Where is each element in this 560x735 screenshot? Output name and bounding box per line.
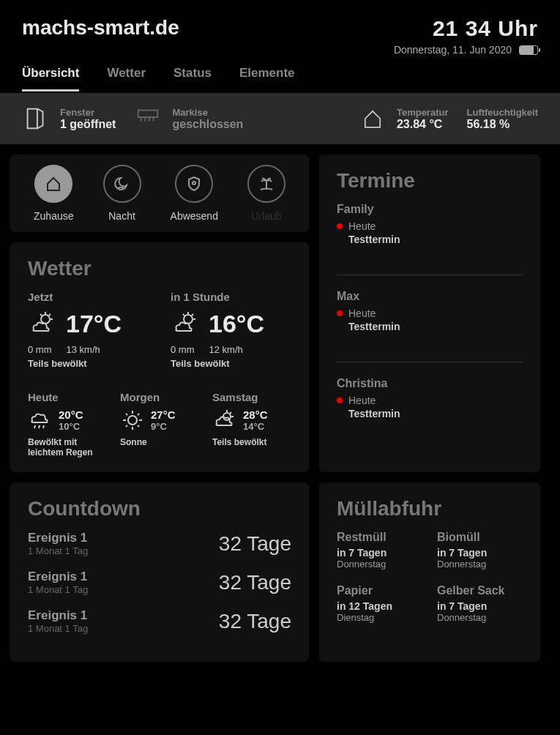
forecast-lo: 14°C (243, 421, 268, 432)
weather-precip: 0 mm (28, 344, 52, 355)
svg-point-5 (128, 416, 137, 425)
svg-point-4 (184, 315, 193, 324)
tab-elemente[interactable]: Elemente (239, 66, 295, 92)
status-label: Temperatur (397, 107, 449, 118)
weather-label: Jetzt (28, 291, 149, 303)
trash-day: Dienstag (337, 612, 422, 623)
svg-rect-0 (28, 109, 37, 129)
clock-time: 21 34 Uhr (394, 16, 538, 41)
termine-group: Max Heute Testtermin (337, 290, 523, 362)
rain-icon (28, 408, 53, 433)
awning-icon (134, 105, 162, 133)
nav-tabs: Übersicht Wetter Status Elemente (0, 56, 560, 92)
trash-item: Biomüll in 7 Tagen Donnerstag (437, 531, 523, 570)
status-bar: Fenster 1 geöffnet Markise geschlossen T… (0, 93, 560, 144)
wetter-card: Wetter Jetzt 17°C 0 mm 13 km/h Teils bew… (10, 242, 309, 472)
tab-uebersicht[interactable]: Übersicht (22, 66, 79, 92)
status-markise[interactable]: Markise geschlossen (134, 105, 243, 133)
countdown-sub: 1 Monat 1 Tag (28, 623, 88, 634)
svg-point-3 (41, 315, 50, 324)
forecast-day: Samstag 28°C 14°C Teils bewölkt (212, 391, 291, 458)
forecast-day: Morgen 27°C 9°C Sonne (120, 391, 199, 458)
trash-name: Restmüll (337, 531, 422, 544)
countdown-item: Ereignis 1 1 Monat 1 Tag 32 Tage (28, 608, 291, 634)
countdown-item: Ereignis 1 1 Monat 1 Tag 32 Tage (28, 531, 291, 556)
forecast-lo: 10°C (59, 421, 83, 432)
svg-rect-1 (138, 111, 158, 118)
mode-urlaub[interactable]: Urlaub (247, 165, 285, 222)
dot-icon (337, 398, 343, 403)
weather-desc: Teils bewölkt (171, 358, 291, 369)
weather-wind: 12 km/h (209, 344, 243, 355)
tab-wetter[interactable]: Wetter (107, 66, 146, 92)
weather-temp: 17°C (66, 310, 122, 338)
status-value: 1 geöffnet (60, 118, 116, 131)
palm-icon (247, 165, 285, 203)
termine-group-name: Family (337, 203, 523, 216)
status-temperatur[interactable]: Temperatur 23.84 °C (359, 105, 449, 133)
mode-zuhause[interactable]: Zuhause (34, 165, 73, 222)
trash-when: in 7 Tagen (437, 547, 523, 559)
forecast-label: Morgen (120, 391, 199, 403)
status-value: 23.84 °C (397, 118, 449, 131)
trash-when: in 7 Tagen (337, 547, 422, 559)
status-luftfeuchtigkeit[interactable]: Luftfeuchtigkeit 56.18 % (467, 107, 539, 131)
forecast-hi: 28°C (243, 408, 268, 421)
mode-label: Abwesend (171, 210, 218, 222)
mode-abwesend[interactable]: Abwesend (171, 165, 218, 222)
card-title: Countdown (28, 497, 291, 521)
partly-cloudy-icon (212, 408, 237, 433)
moon-icon (103, 165, 141, 203)
forecast-desc: Bewölkt mit leichtem Regen (28, 437, 107, 458)
site-title: machs-smart.de (22, 16, 179, 40)
partly-cloudy-icon (171, 309, 200, 338)
countdown-days: 32 Tage (219, 610, 291, 633)
status-label: Fenster (60, 107, 116, 118)
weather-desc: Teils bewölkt (28, 358, 149, 369)
termine-group: Christina Heute Testtermin (337, 377, 523, 419)
clock-block: 21 34 Uhr Donnerstag, 11. Jun 2020 (394, 16, 538, 56)
countdown-card: Countdown Ereignis 1 1 Monat 1 Tag 32 Ta… (10, 482, 309, 662)
card-title: Müllabfuhr (337, 497, 523, 521)
termine-when: Heute (348, 395, 376, 406)
status-label: Markise (172, 107, 243, 118)
countdown-sub: 1 Monat 1 Tag (28, 584, 88, 595)
dot-icon (337, 310, 343, 316)
termine-when: Heute (348, 220, 376, 232)
trash-day: Donnerstag (437, 559, 523, 570)
trash-item: Papier in 12 Tagen Dienstag (337, 584, 422, 623)
termine-when: Heute (348, 307, 376, 319)
trash-name: Biomüll (437, 531, 523, 544)
status-value: geschlossen (172, 118, 243, 131)
sun-icon (120, 408, 145, 433)
trash-day: Donnerstag (437, 612, 523, 623)
clock-date: Donnerstag, 11. Jun 2020 (394, 44, 512, 56)
weather-label: in 1 Stunde (171, 291, 291, 303)
weather-precip: 0 mm (171, 344, 195, 355)
mode-label: Zuhause (34, 210, 73, 222)
forecast-desc: Sonne (120, 437, 199, 447)
modes-card: Zuhause Nacht Abwesend Urlaub (10, 154, 309, 232)
home-icon (359, 105, 387, 133)
termine-what: Testtermin (348, 408, 523, 419)
countdown-item: Ereignis 1 1 Monat 1 Tag 32 Tage (28, 570, 291, 595)
card-title: Wetter (28, 257, 291, 280)
countdown-name: Ereignis 1 (28, 531, 88, 545)
dot-icon (337, 223, 343, 229)
weather-temp: 16°C (209, 310, 264, 338)
trash-name: Papier (337, 584, 422, 597)
status-fenster[interactable]: Fenster 1 geöffnet (22, 105, 116, 133)
muell-card: Müllabfuhr Restmüll in 7 Tagen Donnersta… (319, 482, 540, 662)
weather-now: Jetzt 17°C 0 mm 13 km/h Teils bewölkt (28, 291, 149, 369)
countdown-name: Ereignis 1 (28, 570, 88, 584)
tab-status[interactable]: Status (173, 66, 212, 92)
countdown-name: Ereignis 1 (28, 608, 88, 623)
forecast-lo: 9°C (151, 421, 176, 432)
forecast-hi: 27°C (151, 408, 176, 421)
mode-nacht[interactable]: Nacht (103, 165, 141, 222)
termine-group-name: Max (337, 290, 523, 303)
countdown-days: 32 Tage (219, 571, 291, 594)
weather-wind: 13 km/h (67, 344, 100, 355)
battery-icon (519, 45, 538, 55)
mode-label: Nacht (103, 210, 141, 222)
